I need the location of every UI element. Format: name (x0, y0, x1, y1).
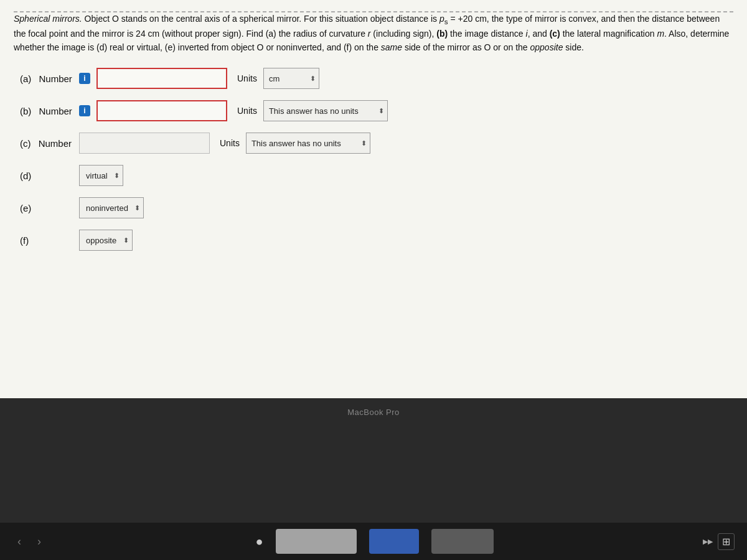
units-label-b: Units (237, 106, 257, 116)
dropdown-wrapper-f: opposite same (79, 230, 133, 251)
answer-row-c: (c) Number 5.5e-1 Units This answer has … (20, 133, 733, 154)
info-badge-b[interactable]: i (79, 105, 90, 116)
content-area: Spherical mirrors. Object O stands on th… (0, 0, 747, 398)
row-label-c: (c) Number (20, 138, 73, 149)
search-icon: ● (255, 534, 263, 548)
taskbar-bottom: ‹ › ● ▶▶ ⊞ (0, 523, 747, 560)
problem-italic-start: Spherical mirrors. (14, 14, 82, 24)
answer-row-b: (b) Number i 1.1e+1 Units This answer ha… (20, 100, 733, 121)
back-arrow-btn[interactable]: ‹ (12, 533, 26, 551)
dropdown-wrapper-e: noninverted inverted (79, 197, 144, 218)
window-control-btn[interactable]: ⊞ (718, 533, 735, 550)
units-select-wrapper-b: This answer has no units cm m (263, 100, 388, 121)
info-badge-a[interactable]: i (79, 73, 90, 84)
mini-window-3[interactable] (431, 529, 494, 554)
mini-window-2[interactable] (369, 529, 419, 554)
label-word-a: Number (39, 73, 72, 84)
search-button[interactable]: ● (255, 534, 263, 549)
units-select-c[interactable]: This answer has no units cm m (246, 133, 370, 154)
dropdown-wrapper-d: virtual real (79, 165, 123, 186)
dropdown-e[interactable]: noninverted inverted (79, 197, 144, 218)
row-label-d: (d) (20, 170, 73, 181)
label-word-b: Number (39, 106, 72, 116)
label-letter-c: (c) (20, 138, 31, 149)
nav-arrows: ‹ › (12, 533, 46, 551)
number-input-c[interactable]: 5.5e-1 (79, 133, 210, 154)
mini-window-1[interactable] (276, 529, 357, 554)
macbook-label: MacBook Pro (347, 408, 400, 417)
label-word-c: Number (39, 138, 72, 149)
units-select-a[interactable]: cm m mm (263, 68, 319, 89)
units-select-wrapper-c: This answer has no units cm m (246, 133, 370, 154)
label-letter-b: (b) (20, 106, 31, 116)
row-label-a: (a) Number (20, 73, 73, 84)
row-label-e: (e) (20, 203, 73, 213)
units-select-wrapper-a: cm m mm (263, 68, 319, 89)
units-label-c: Units (220, 138, 240, 148)
label-letter-f: (f) (20, 235, 29, 246)
answer-row-f: (f) opposite same (20, 230, 733, 251)
taskbar-right: ▶▶ ⊞ (703, 533, 735, 550)
dropdown-d[interactable]: virtual real (79, 165, 123, 186)
problem-text: Spherical mirrors. Object O stands on th… (14, 12, 733, 54)
label-letter-d: (d) (20, 170, 31, 181)
label-letter-e: (e) (20, 203, 31, 213)
answer-row-d: (d) virtual real (20, 165, 733, 186)
label-letter-a: (a) (20, 73, 31, 84)
status-text: ▶▶ (703, 538, 713, 546)
answer-row-e: (e) noninverted inverted (20, 197, 733, 218)
taskbar-center: ● (255, 529, 493, 554)
taskbar-area: MacBook Pro ‹ › ● ▶▶ ⊞ (0, 398, 747, 560)
row-label-f: (f) (20, 235, 73, 246)
units-label-a: Units (237, 73, 257, 83)
units-select-b[interactable]: This answer has no units cm m (263, 100, 388, 121)
dropdown-f[interactable]: opposite same (79, 230, 133, 251)
answers-section: (a) Number i 48 Units cm m mm (b) Number (14, 68, 733, 251)
answer-row-a: (a) Number i 48 Units cm m mm (20, 68, 733, 89)
forward-arrow-btn[interactable]: › (32, 533, 46, 551)
number-input-b[interactable]: 1.1e+1 (96, 100, 227, 121)
number-input-a[interactable]: 48 (96, 68, 227, 89)
row-label-b: (b) Number (20, 106, 73, 116)
